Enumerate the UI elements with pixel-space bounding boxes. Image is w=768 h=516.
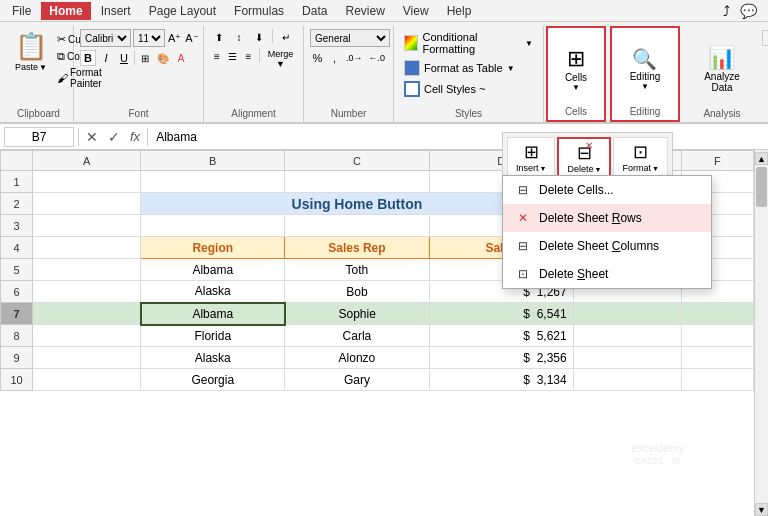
delete-cells-button[interactable]: ⊟✕ Delete ▼ — [557, 137, 611, 179]
row-header-5[interactable]: 5 — [1, 259, 33, 281]
row-header-1[interactable]: 1 — [1, 171, 33, 193]
font-color-button[interactable]: A — [173, 50, 189, 66]
menu-view[interactable]: View — [395, 2, 437, 20]
border-button[interactable]: ⊞ — [137, 50, 153, 66]
cell-e8[interactable] — [573, 325, 681, 347]
cell-c6[interactable]: Bob — [285, 281, 429, 303]
cell-a4[interactable] — [33, 237, 141, 259]
row-header-7[interactable]: 7 — [1, 303, 33, 325]
cell-a6[interactable] — [33, 281, 141, 303]
menu-formulas[interactable]: Formulas — [226, 2, 292, 20]
scroll-thumb[interactable] — [756, 167, 767, 207]
number-format-select[interactable]: General — [310, 29, 390, 47]
conditional-formatting-button[interactable]: Conditional Formatting ▼ — [400, 29, 537, 57]
cell-a5[interactable] — [33, 259, 141, 281]
name-box[interactable] — [4, 127, 74, 147]
merge-cells-button[interactable]: Merge ▼ — [264, 48, 297, 64]
col-header-c[interactable]: C — [285, 151, 429, 171]
decrease-font-button[interactable]: A⁻ — [184, 30, 199, 46]
italic-button[interactable]: I — [98, 50, 114, 66]
cell-d8[interactable]: $ 5,621 — [429, 325, 573, 347]
dropdown-item-delete-cells[interactable]: ⊟ Delete Cells... — [503, 176, 711, 204]
align-left-button[interactable]: ≡ — [210, 48, 224, 64]
cell-c4-header[interactable]: Sales Rep — [285, 237, 429, 259]
cell-e7[interactable] — [573, 303, 681, 325]
font-family-select[interactable]: Calibri — [80, 29, 131, 47]
paste-button[interactable]: 📋 Paste ▼ — [10, 28, 52, 75]
cell-b5[interactable]: Albama — [141, 259, 285, 281]
confirm-icon[interactable]: ✓ — [105, 129, 123, 145]
menu-help[interactable]: Help — [439, 2, 480, 20]
cell-a1[interactable] — [33, 171, 141, 193]
analyze-data-button[interactable]: 📊 AnalyzeData — [698, 41, 746, 97]
row-header-3[interactable]: 3 — [1, 215, 33, 237]
cell-b4-header[interactable]: Region — [141, 237, 285, 259]
cell-f10[interactable] — [681, 369, 753, 391]
cell-a7[interactable] — [33, 303, 141, 325]
menu-review[interactable]: Review — [337, 2, 392, 20]
decrease-decimal-button[interactable]: ←.0 — [366, 50, 387, 66]
col-header-b[interactable]: B — [141, 151, 285, 171]
cell-d9[interactable]: $ 2,356 — [429, 347, 573, 369]
cell-f9[interactable] — [681, 347, 753, 369]
fill-color-button[interactable]: 🎨 — [155, 50, 171, 66]
cell-b1[interactable] — [141, 171, 285, 193]
cell-b7-selected[interactable]: Albama — [141, 303, 285, 325]
insert-cells-button[interactable]: ⊞ Insert ▼ — [507, 137, 555, 179]
cell-c10[interactable]: Gary — [285, 369, 429, 391]
cell-a9[interactable] — [33, 347, 141, 369]
cell-b8[interactable]: Florida — [141, 325, 285, 347]
row-header-4[interactable]: 4 — [1, 237, 33, 259]
row-header-2[interactable]: 2 — [1, 193, 33, 215]
font-size-select[interactable]: 11 — [133, 29, 165, 47]
dropdown-item-delete-sheet[interactable]: ⊡ Delete Sheet — [503, 260, 711, 288]
row-header-6[interactable]: 6 — [1, 281, 33, 303]
align-middle-button[interactable]: ↕ — [230, 29, 248, 45]
cell-e9[interactable] — [573, 347, 681, 369]
cell-a10[interactable] — [33, 369, 141, 391]
scroll-up-button[interactable]: ▲ — [755, 152, 768, 165]
cell-b9[interactable]: Alaska — [141, 347, 285, 369]
dropdown-item-delete-rows[interactable]: ✕ Delete Sheet Rows — [503, 204, 711, 232]
menu-page-layout[interactable]: Page Layout — [141, 2, 224, 20]
dropdown-item-delete-columns[interactable]: ⊟ Delete Sheet Columns — [503, 232, 711, 260]
cancel-icon[interactable]: ✕ — [83, 129, 101, 145]
align-right-button[interactable]: ≡ — [241, 48, 255, 64]
comment-icon[interactable]: 💬 — [737, 3, 760, 19]
menu-file[interactable]: File — [4, 2, 39, 20]
col-header-a[interactable]: A — [33, 151, 141, 171]
scroll-down-button[interactable]: ▼ — [755, 503, 768, 516]
increase-decimal-button[interactable]: .0→ — [344, 50, 365, 66]
row-header-8[interactable]: 8 — [1, 325, 33, 347]
cell-f7[interactable] — [681, 303, 753, 325]
increase-font-button[interactable]: A⁺ — [167, 30, 182, 46]
menu-home[interactable]: Home — [41, 2, 90, 20]
collapse-ribbon-button[interactable]: ∧ — [762, 30, 768, 46]
format-cells-button[interactable]: ⊡ Format ▼ — [613, 137, 667, 179]
align-bottom-button[interactable]: ⬇ — [250, 29, 268, 45]
share-icon[interactable]: ⤴ — [720, 3, 733, 19]
cell-c7[interactable]: Sophie — [285, 303, 429, 325]
cell-d7[interactable]: $ 6,541 — [429, 303, 573, 325]
insert-function-icon[interactable]: fx — [127, 129, 143, 144]
cell-a8[interactable] — [33, 325, 141, 347]
editing-button[interactable]: 🔍 Editing ▼ — [624, 43, 667, 95]
row-header-9[interactable]: 9 — [1, 347, 33, 369]
cell-d10[interactable]: $ 3,134 — [429, 369, 573, 391]
format-as-table-button[interactable]: Format as Table ▼ — [400, 58, 537, 78]
col-header-f[interactable]: F — [681, 151, 753, 171]
cell-a2[interactable] — [33, 193, 141, 215]
underline-button[interactable]: U — [116, 50, 132, 66]
vertical-scrollbar[interactable]: ▲ ▼ — [754, 150, 768, 516]
cell-c1[interactable] — [285, 171, 429, 193]
cell-a3[interactable] — [33, 215, 141, 237]
cells-button[interactable]: ⊞ Cells ▼ — [555, 42, 597, 96]
cell-c8[interactable]: Carla — [285, 325, 429, 347]
menu-data[interactable]: Data — [294, 2, 335, 20]
align-top-button[interactable]: ⬆ — [210, 29, 228, 45]
align-center-button[interactable]: ☰ — [226, 48, 240, 64]
cell-c9[interactable]: Alonzo — [285, 347, 429, 369]
cell-b6[interactable]: Alaska — [141, 281, 285, 303]
cell-e10[interactable] — [573, 369, 681, 391]
cell-c3[interactable] — [285, 215, 429, 237]
